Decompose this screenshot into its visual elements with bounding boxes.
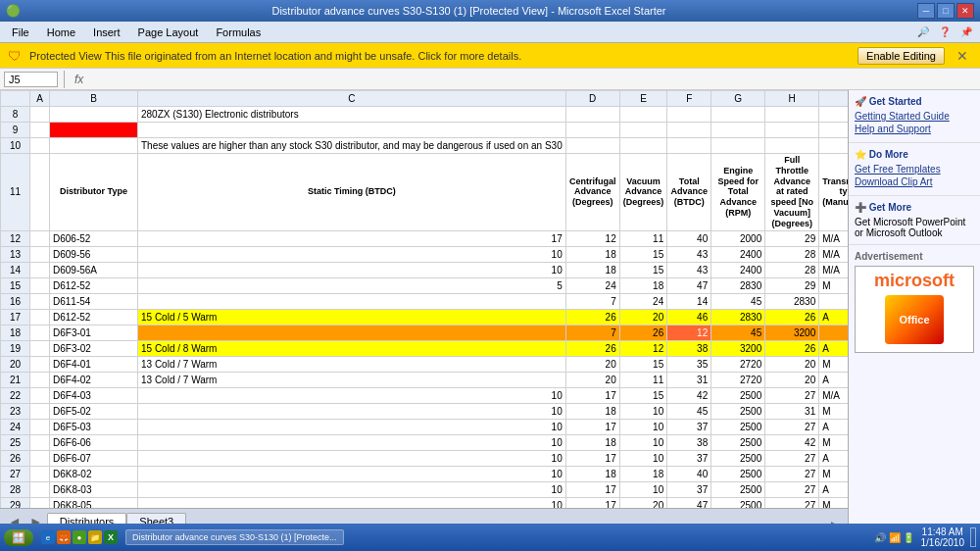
cell[interactable]: 280ZX (S130) Electronic distributors [138,107,566,123]
cell[interactable]: 10 [138,481,566,497]
cell[interactable]: 10 [138,450,566,466]
cell[interactable]: M/A [819,262,848,277]
cell[interactable]: 15 Cold / 5 Warm [138,309,566,325]
table-row[interactable]: 16D611-547241445283031M1973 [1,293,849,309]
cell[interactable]: 37 [667,419,711,434]
enable-editing-button[interactable]: Enable Editing [858,47,945,65]
cell[interactable]: D6F4-02 [50,372,138,387]
cell[interactable] [619,123,667,138]
table-row[interactable]: 14D609-56A10181543240028M/A [1,262,849,277]
cell[interactable]: 10 [138,497,566,508]
show-desktop-button[interactable] [970,527,976,547]
cell[interactable]: 10 [619,450,667,466]
col-header-h[interactable]: H [765,91,819,107]
cell[interactable]: Transmission type (Manual/Auto) [819,154,848,231]
cell[interactable]: M [819,434,848,450]
cell[interactable]: 31 [667,372,711,387]
table-row[interactable]: 19D6F3-0215 Cold / 8 Warm261238320026A19… [1,340,849,356]
cell[interactable] [30,277,50,293]
cell[interactable]: 45 [711,325,765,340]
col-header-b[interactable]: B [50,91,138,107]
table-row[interactable]: 23D6F5-0210181045250031M1978 [1,403,849,419]
cell[interactable] [30,309,50,325]
cell[interactable]: 10 [138,466,566,481]
cell[interactable]: M [819,403,848,419]
cell[interactable] [711,138,765,154]
cell[interactable]: 2500 [711,466,765,481]
cell[interactable] [50,123,138,138]
table-row[interactable]: 26D6F6-0710171037250027A1978Canada [1,450,849,466]
restore-button[interactable]: □ [937,3,955,19]
cell[interactable] [30,466,50,481]
cell[interactable]: 17 [565,387,619,403]
cell[interactable]: 2000 [711,230,765,246]
cell[interactable]: 12 [667,325,711,340]
col-header-a[interactable]: A [30,91,50,107]
cell[interactable]: 2720 [711,372,765,387]
table-row[interactable]: 8280ZX (S130) Electronic distributors [1,107,849,123]
cell[interactable]: 18 [565,246,619,262]
cell[interactable]: 20 [619,497,667,508]
cell[interactable]: 10 [138,246,566,262]
cell[interactable]: 10 [619,419,667,434]
cell[interactable]: 2500 [711,450,765,466]
cell[interactable] [565,123,619,138]
cell[interactable]: 18 [565,466,619,481]
cell[interactable]: 18 [565,262,619,277]
table-row[interactable]: 15D612-525241847283029M1970 – 1972L24 U.… [1,277,849,293]
cell[interactable]: 10 [138,434,566,450]
cell[interactable]: 40 [667,466,711,481]
download-clip-art-link[interactable]: Download Clip Art [855,176,974,187]
cell[interactable]: 10 [138,387,566,403]
cell[interactable]: 18 [565,403,619,419]
cell[interactable]: D606-52 [50,230,138,246]
cell[interactable]: 47 [667,277,711,293]
cell[interactable] [30,107,50,123]
help-support-link[interactable]: Help and Support [855,124,974,134]
cell[interactable]: D6F4-01 [50,356,138,372]
cell[interactable]: 2720 [711,356,765,372]
cell[interactable]: 43 [667,262,711,277]
cell[interactable]: 10 [619,434,667,450]
cell[interactable]: 7 [565,293,619,309]
cell[interactable] [711,107,765,123]
cell[interactable]: 17 [138,230,566,246]
cell[interactable]: 2500 [711,497,765,508]
cell[interactable]: A [819,372,848,387]
cell[interactable]: 5 [138,277,566,293]
table-row[interactable]: 9 [1,123,849,138]
cell[interactable] [138,325,566,340]
cell[interactable]: 18 [619,466,667,481]
cell[interactable] [30,419,50,434]
cell[interactable]: D612-52 [50,277,138,293]
cell[interactable]: 20 [565,372,619,387]
cell[interactable] [50,138,138,154]
cell[interactable]: 27 [765,450,819,466]
cell[interactable]: 17 [565,497,619,508]
cell[interactable]: 17 [565,450,619,466]
cell[interactable]: 13 Cold / 7 Warm [138,356,566,372]
cell[interactable]: M [819,466,848,481]
cell[interactable]: Vacuum Advance (Degrees) [619,154,667,231]
cell[interactable]: 27 [765,419,819,434]
cell[interactable]: 10 [138,262,566,277]
cell[interactable]: 28 [765,262,819,277]
folder-icon[interactable]: 📁 [88,530,102,544]
menu-formulas[interactable]: Formulas [208,25,269,40]
cell[interactable]: Total Advance (BTDC) [667,154,711,231]
cell[interactable]: 17 [565,481,619,497]
menu-home[interactable]: Home [39,25,83,40]
cell[interactable]: 31 [765,403,819,419]
cell[interactable] [765,123,819,138]
cell[interactable]: 11 [619,372,667,387]
cell[interactable]: A [819,309,848,325]
cell[interactable] [30,450,50,466]
getting-started-guide-link[interactable]: Getting Started Guide [855,111,974,122]
cell[interactable] [765,107,819,123]
cell[interactable]: 27 [765,497,819,508]
cell[interactable]: 17 [565,419,619,434]
cell[interactable] [30,434,50,450]
cell[interactable] [667,123,711,138]
cell[interactable]: 2500 [711,434,765,450]
active-app-button[interactable]: Distributor advance curves S30-S130 (1) … [125,529,344,545]
